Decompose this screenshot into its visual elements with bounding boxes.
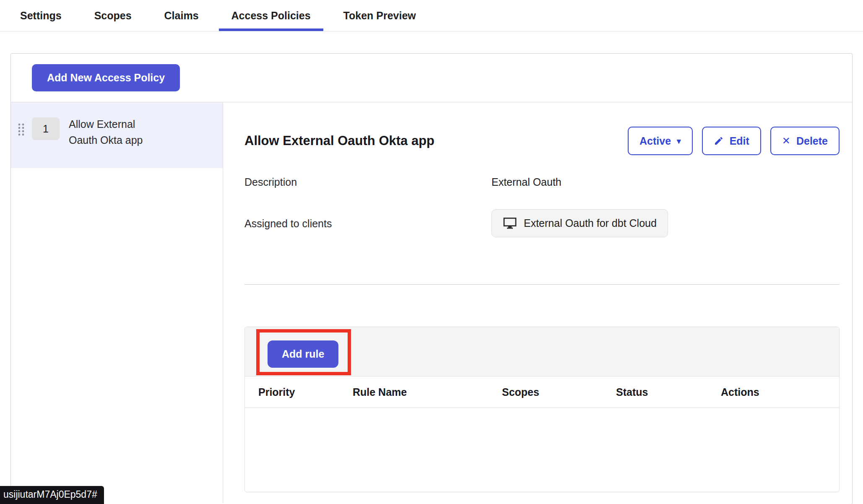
assigned-to-clients-label: Assigned to clients [244, 209, 491, 230]
assigned-clients-value: External Oauth for dbt Cloud [491, 209, 840, 237]
section-divider [244, 284, 840, 285]
column-header-rule-name: Rule Name [353, 377, 502, 408]
tab-bar: Settings Scopes Claims Access Policies T… [0, 0, 863, 31]
column-header-priority: Priority [245, 377, 353, 408]
policy-list: 1 Allow External Oauth Okta app [11, 102, 223, 504]
link-url-status-bar: usijiutarM7Aj0Ep5d7# [0, 486, 104, 504]
add-new-access-policy-button[interactable]: Add New Access Policy [32, 64, 180, 91]
policy-meta: Description External Oauth Assigned to c… [244, 176, 840, 237]
pencil-icon [714, 136, 724, 146]
rules-table-header-row: Priority Rule Name Scopes Status Actions [245, 377, 839, 408]
red-highlight-annotation: Add rule [256, 329, 351, 375]
rules-toolbar: Add rule [245, 327, 839, 376]
column-header-scopes: Scopes [502, 377, 616, 408]
description-label: Description [244, 176, 491, 188]
active-status-label: Active [639, 136, 671, 146]
rules-table: Priority Rule Name Scopes Status Actions [245, 376, 839, 408]
edit-policy-button[interactable]: Edit [702, 127, 761, 155]
policy-priority-badge: 1 [32, 117, 60, 140]
close-icon: ✕ [782, 136, 790, 146]
delete-policy-button[interactable]: ✕ Delete [770, 127, 840, 155]
policy-title: Allow External Oauth Okta app [244, 133, 434, 148]
tab-settings[interactable]: Settings [20, 0, 62, 31]
delete-button-label: Delete [796, 136, 828, 146]
drag-handle-icon[interactable] [17, 122, 28, 137]
policy-name: Allow External Oauth Okta app [69, 117, 165, 148]
column-header-status: Status [616, 377, 721, 408]
tab-claims[interactable]: Claims [164, 0, 199, 31]
edit-button-label: Edit [730, 136, 749, 146]
client-chip-label: External Oauth for dbt Cloud [524, 217, 657, 229]
description-value: External Oauth [491, 176, 840, 188]
policy-action-buttons: Active ▾ Edit ✕ Delete [628, 127, 840, 155]
chevron-down-icon: ▾ [677, 137, 681, 145]
rules-empty-body [245, 408, 839, 492]
detail-title-row: Allow External Oauth Okta app Active ▾ E… [244, 127, 840, 155]
add-rule-button[interactable]: Add rule [268, 340, 338, 368]
tab-scopes[interactable]: Scopes [94, 0, 132, 31]
active-status-dropdown[interactable]: Active ▾ [628, 127, 693, 155]
panel-body: 1 Allow External Oauth Okta app Allow Ex… [11, 102, 852, 504]
monitor-icon [503, 218, 517, 229]
policy-detail: Allow External Oauth Okta app Active ▾ E… [223, 102, 852, 504]
tab-token-preview[interactable]: Token Preview [343, 0, 416, 31]
client-chip[interactable]: External Oauth for dbt Cloud [491, 209, 668, 237]
access-policies-panel: Add New Access Policy 1 Allow Ext [10, 53, 853, 504]
tab-access-policies[interactable]: Access Policies [231, 0, 311, 31]
rules-card: Add rule Priority Rule Name Scopes Statu… [244, 327, 840, 492]
column-header-actions: Actions [721, 377, 839, 408]
panel-toolbar: Add New Access Policy [11, 54, 852, 102]
policy-list-item[interactable]: 1 Allow External Oauth Okta app [11, 102, 223, 168]
